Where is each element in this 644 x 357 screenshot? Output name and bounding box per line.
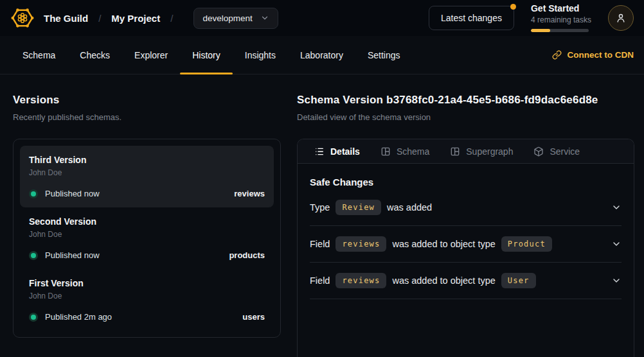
columns-icon: [380, 146, 391, 157]
version-service: reviews: [234, 189, 265, 198]
connect-to-cdn-label: Connect to CDN: [568, 50, 634, 60]
version-status: Published now: [45, 189, 100, 198]
change-description: Field reviews was added to object type U…: [310, 273, 536, 288]
version-author: John Doe: [29, 292, 265, 300]
target-select-dropdown[interactable]: development: [193, 8, 278, 29]
tab-service[interactable]: Service: [523, 139, 590, 163]
tab-schema[interactable]: Schema: [10, 36, 67, 74]
breadcrumb-separator: /: [170, 13, 173, 24]
published-status-dot: [31, 191, 36, 196]
version-service: products: [229, 250, 265, 260]
tab-details[interactable]: Details: [304, 139, 370, 163]
version-status: Published 2m ago: [45, 312, 112, 322]
published-status-dot: [31, 253, 36, 258]
tab-supergraph[interactable]: Supergraph: [440, 139, 523, 163]
safe-changes-title: Safe Changes: [310, 177, 622, 187]
tab-supergraph-label: Supergraph: [466, 146, 513, 157]
breadcrumb: The Guild / My Project / development: [10, 6, 278, 30]
list-icon: [314, 146, 325, 157]
change-text-middle: was added to object type: [392, 239, 495, 249]
expand-chevron-icon[interactable]: [611, 202, 622, 213]
get-started-progress-fill: [531, 29, 550, 32]
get-started-progressbar: [531, 29, 589, 32]
change-description: Field reviews was added to object type P…: [310, 236, 552, 252]
change-prefix: Type: [310, 202, 330, 213]
breadcrumb-separator: /: [98, 13, 101, 24]
version-item-third[interactable]: Third Version John Doe Published now rev…: [20, 146, 274, 207]
version-author: John Doe: [29, 230, 265, 239]
version-name: First Version: [29, 278, 265, 288]
main-content: Versions Recently published schemas. Thi…: [0, 74, 644, 357]
change-text-suffix: was added: [387, 202, 432, 213]
expand-chevron-icon[interactable]: [611, 275, 622, 286]
version-item-first[interactable]: First Version John Doe Published 2m ago …: [20, 269, 274, 331]
expand-chevron-icon[interactable]: [611, 239, 622, 249]
change-code-chip: reviews: [335, 236, 386, 252]
tab-schema-detail[interactable]: Schema: [370, 139, 440, 163]
version-meta-row: Published now products: [29, 250, 265, 260]
change-prefix: Field: [310, 239, 330, 249]
tab-history[interactable]: History: [180, 36, 233, 74]
version-meta-row: Published now reviews: [29, 189, 265, 198]
tab-insights[interactable]: Insights: [233, 36, 288, 74]
user-avatar[interactable]: [608, 5, 634, 31]
version-name: Second Version: [29, 216, 265, 227]
hive-logo-icon[interactable]: [10, 6, 35, 30]
tab-checks[interactable]: Checks: [67, 36, 122, 74]
version-service: users: [242, 312, 265, 322]
main-nav: Schema Checks Explorer History Insights …: [0, 36, 644, 74]
change-text-middle: was added to object type: [392, 275, 495, 286]
get-started-title: Get Started: [531, 4, 591, 13]
version-meta-row: Published 2m ago users: [29, 312, 265, 322]
schema-version-section: Schema Version b3768fc0-21a4-45e5-b686-f…: [297, 94, 634, 357]
tab-laboratory[interactable]: Laboratory: [288, 36, 355, 74]
change-code-chip: reviews: [335, 273, 386, 288]
breadcrumb-org[interactable]: The Guild: [44, 13, 88, 24]
versions-subtitle: Recently published schemas.: [13, 112, 281, 122]
tab-service-label: Service: [550, 146, 580, 157]
chevron-down-icon: [260, 13, 269, 22]
change-prefix: Field: [310, 275, 330, 286]
get-started-widget[interactable]: Get Started 4 remaining tasks: [531, 4, 591, 32]
version-name: Third Version: [29, 155, 265, 165]
version-author: John Doe: [29, 168, 265, 177]
target-select-value: development: [202, 13, 252, 23]
change-row-field-product[interactable]: Field reviews was added to object type P…: [310, 226, 622, 263]
versions-list: Third Version John Doe Published now rev…: [13, 139, 281, 338]
detail-tabbar: Details Schema Supergr: [298, 139, 634, 164]
change-type-chip: Product: [501, 236, 552, 252]
latest-changes-label: Latest changes: [441, 13, 502, 23]
change-description: Type Review was added: [310, 200, 432, 215]
link-icon: [552, 50, 562, 60]
top-bar-actions: Latest changes Get Started 4 remaining t…: [429, 4, 634, 32]
change-code-chip: Review: [335, 200, 381, 215]
columns-icon: [450, 146, 460, 157]
published-status-dot: [31, 315, 36, 320]
latest-changes-button[interactable]: Latest changes: [429, 6, 514, 30]
top-bar: The Guild / My Project / development Lat…: [0, 0, 644, 36]
tab-explorer[interactable]: Explorer: [122, 36, 180, 74]
schema-version-panel: Details Schema Supergr: [297, 139, 634, 357]
connect-to-cdn-link[interactable]: Connect to CDN: [552, 50, 634, 60]
get-started-subtitle: 4 remaining tasks: [531, 16, 591, 24]
cube-icon: [533, 146, 544, 157]
tab-settings[interactable]: Settings: [355, 36, 413, 74]
detail-panel-body: Safe Changes Type Review was added Field…: [298, 177, 634, 299]
schema-version-title: Schema Version b3768fc0-21a4-45e5-b686-f…: [297, 94, 634, 107]
change-row-type-review[interactable]: Type Review was added: [310, 189, 622, 226]
schema-version-subtitle: Detailed view of the schema version: [297, 112, 634, 122]
breadcrumb-project[interactable]: My Project: [111, 13, 160, 24]
tab-details-label: Details: [330, 146, 360, 157]
change-row-field-user[interactable]: Field reviews was added to object type U…: [310, 263, 622, 299]
notification-dot: [510, 4, 516, 10]
tab-schema-label: Schema: [397, 146, 429, 157]
versions-section: Versions Recently published schemas. Thi…: [13, 94, 281, 357]
version-status: Published now: [45, 250, 100, 260]
person-icon: [615, 12, 627, 24]
version-item-second[interactable]: Second Version John Doe Published now pr…: [20, 207, 274, 269]
versions-title: Versions: [13, 94, 281, 107]
change-type-chip: User: [501, 273, 536, 288]
